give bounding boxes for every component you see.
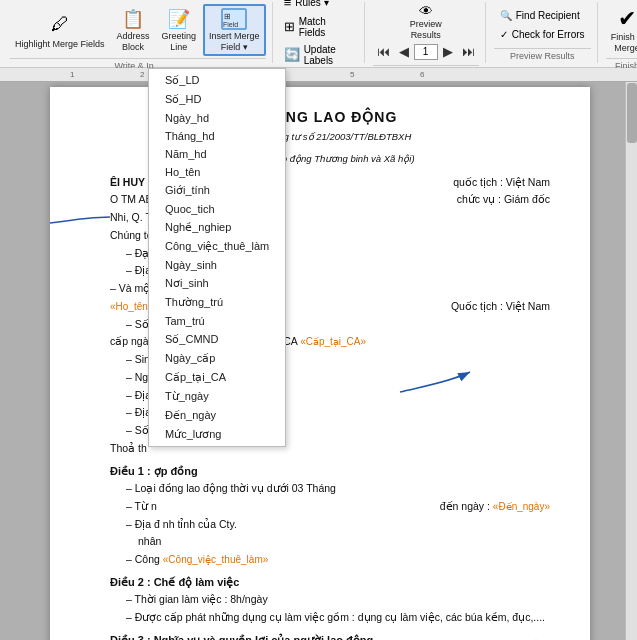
check-errors-button[interactable]: ✓ Check for Errors [497, 27, 588, 42]
update-labels-button[interactable]: 🔄 Update Labels [281, 42, 358, 68]
prev-record-button[interactable]: ◀ [395, 42, 413, 61]
dieu2-header: Điều 2 : Chế độ làm việc [110, 574, 550, 591]
dieu1-nhan-line: nhân [110, 534, 550, 550]
dropdown-item-den-ngay[interactable]: Đến_ngày [149, 406, 285, 425]
page-number-input[interactable] [414, 44, 438, 60]
find-recipient-icon: 🔍 [500, 10, 512, 21]
find-recipient-label: Find Recipient [516, 10, 580, 21]
dropdown-item-ho-ten[interactable]: Ho_tên [149, 163, 285, 181]
preview-results-button[interactable]: 👁 PreviewResults [405, 4, 447, 40]
dropdown-item-so-cmnd[interactable]: Số_CMND [149, 330, 285, 349]
rules-label: Rules ▾ [295, 0, 328, 8]
find-recipient-button[interactable]: 🔍 Find Recipient [497, 8, 588, 23]
find-check-group: 🔍 Find Recipient ✓ Check for Errors Prev… [488, 2, 598, 63]
dropdown-item-so-ld[interactable]: Số_LD [149, 71, 285, 90]
dropdown-item-noi-sinh[interactable]: Nơi_sinh [149, 274, 285, 293]
finish-merge-button[interactable]: ✔ Finish &Merge [606, 4, 637, 56]
employer-nationality: quốc tịch : Việt Nam [453, 175, 550, 191]
dropdown-item-tu-ngay[interactable]: Từ_ngày [149, 387, 285, 406]
preview-results-icon: 👁 [410, 3, 442, 19]
find-check-buttons: 🔍 Find Recipient ✓ Check for Errors [497, 4, 588, 46]
dropdown-item-so-hd[interactable]: Số_HD [149, 90, 285, 109]
dropdown-item-tam-tru[interactable]: Tam_trú [149, 312, 285, 330]
first-record-button[interactable]: ⏮ [373, 42, 394, 61]
highlight-icon: 🖊 [44, 11, 76, 39]
vertical-scrollbar[interactable] [625, 82, 637, 640]
rules-button[interactable]: ≡ Rules ▾ [281, 0, 358, 12]
document-area: 1 2 3 4 5 6 ĐỒNG LAO ĐỘNG eo Thông tư số… [0, 68, 637, 640]
greeting-icon: 📝 [163, 7, 195, 31]
quoc-tich-label: Quốc tịch : Việt Nam [451, 299, 550, 315]
dropdown-item-ngay-hd[interactable]: Ngày_hd [149, 109, 285, 127]
find-check-label: Preview Results [494, 48, 591, 61]
insert-merge-field-label: Insert MergeField ▾ [209, 31, 260, 53]
svg-text:Field: Field [223, 21, 238, 28]
ruler-mark-2: 2 [140, 70, 144, 79]
finish-group: ✔ Finish &Merge Finish [600, 2, 637, 63]
highlight-merge-fields-button[interactable]: 🖊 Highlight Merge Fields [10, 4, 110, 56]
employer-position: chức vụ : Giám đốc [457, 192, 550, 208]
dropdown-item-ngay-sinh[interactable]: Ngày_sinh [149, 256, 285, 274]
rules-buttons: ≡ Rules ▾ ⊞ Match Fields 🔄 Update Labels [281, 0, 358, 68]
finish-merge-label: Finish &Merge [611, 32, 637, 54]
greeting-line-button[interactable]: 📝 GreetingLine [157, 4, 202, 56]
preview-results-group: 👁 PreviewResults ⏮ ◀ ▶ ⏭ Preview Results [367, 2, 486, 63]
address-block-button[interactable]: 📋 AddressBlock [112, 4, 155, 56]
finish-merge-icon: ✔ [611, 6, 637, 32]
dropdown-item-cap-tai-ca[interactable]: Cấp_tại_CA [149, 368, 285, 387]
dieu1-header: Điều 1 : ợp đồng [110, 463, 550, 480]
cap-tai-ca-merge-field: «Cấp_tại_CA» [300, 336, 366, 347]
update-labels-icon: 🔄 [284, 47, 300, 62]
scrollbar-thumb[interactable] [627, 83, 637, 143]
dieu1-loai-line: – Loại đồng lao động thời vụ dưới 03 Thá… [110, 481, 550, 497]
rules-icon: ≡ [284, 0, 292, 10]
svg-text:⊞: ⊞ [224, 12, 231, 21]
dropdown-item-nghe-nghiep[interactable]: Nghề_nghiep [149, 218, 285, 237]
write-insert-buttons: 🖊 Highlight Merge Fields 📋 AddressBlock … [10, 4, 266, 56]
ruler-mark-5: 5 [350, 70, 354, 79]
dropdown-item-nam-hd[interactable]: Năm_hd [149, 145, 285, 163]
dropdown-item-quoc-tich[interactable]: Quoc_tich [149, 200, 285, 218]
preview-buttons: 👁 PreviewResults ⏮ ◀ ▶ ⏭ [373, 4, 479, 63]
check-errors-icon: ✓ [500, 29, 508, 40]
rules-group: ≡ Rules ▾ ⊞ Match Fields 🔄 Update Labels [275, 2, 365, 63]
ho-ten-merge-field: «Ho_tên» [110, 299, 153, 315]
ruler: 1 2 3 4 5 6 [0, 68, 637, 82]
dieu2-tg-line: – Thời gian làm việc : 8h/ngày [110, 592, 550, 608]
finish-buttons: ✔ Finish &Merge [606, 4, 637, 56]
highlight-label: Highlight Merge Fields [15, 39, 105, 50]
write-insert-group: 🖊 Highlight Merge Fields 📋 AddressBlock … [4, 2, 273, 63]
insert-merge-icon: ⊞ Field [218, 7, 250, 31]
document-page: ĐỒNG LAO ĐỘNG eo Thông tư số 21/2003/TT/… [50, 87, 590, 640]
dieu1-tungay-line: – Từ n đến ngày : «Đến_ngày» [110, 499, 550, 515]
match-fields-button[interactable]: ⊞ Match Fields [281, 14, 358, 40]
dropdown-item-thuong-tru[interactable]: Thường_trú [149, 293, 285, 312]
dropdown-item-ngay-cap[interactable]: Ngày_cấp [149, 349, 285, 368]
ruler-mark-6: 6 [420, 70, 424, 79]
address-block-label: AddressBlock [117, 31, 150, 53]
address-block-icon: 📋 [117, 7, 149, 31]
insert-merge-field-dropdown[interactable]: Số_LD Số_HD Ngày_hd Tháng_hd Năm_hd Ho_t… [148, 68, 286, 447]
dieu1-diachi-line: – Địa đ nh tỉnh của Cty. [110, 517, 550, 533]
dropdown-item-cong-viec[interactable]: Công_việc_thuê_làm [149, 237, 285, 256]
dropdown-item-thang-hd[interactable]: Tháng_hd [149, 127, 285, 145]
ribbon: 🖊 Highlight Merge Fields 📋 AddressBlock … [0, 0, 637, 68]
playback-controls: ⏮ ◀ ▶ ⏭ [373, 42, 479, 61]
document-container: ĐỒNG LAO ĐỘNG eo Thông tư số 21/2003/TT/… [0, 82, 637, 640]
update-labels-label: Update Labels [304, 44, 355, 66]
dieu2-dc-line: – Được cấp phát những dụng cụ làm việc g… [110, 610, 550, 626]
insert-merge-field-button[interactable]: ⊞ Field Insert MergeField ▾ [203, 4, 266, 56]
ruler-mark-1: 1 [70, 70, 74, 79]
den-ngay-merge-field: «Đến_ngày» [493, 501, 550, 512]
check-errors-label: Check for Errors [512, 29, 585, 40]
match-fields-label: Match Fields [299, 16, 355, 38]
dieu1-cong-line: – Công «Công_việc_thuê_làm» [110, 552, 550, 568]
cong-viec-merge-field: «Công_việc_thuê_làm» [163, 554, 269, 565]
dropdown-item-muc-luong[interactable]: Mức_lương [149, 425, 285, 444]
next-record-button[interactable]: ▶ [439, 42, 457, 61]
preview-results-label: PreviewResults [410, 19, 442, 41]
greeting-label: GreetingLine [162, 31, 197, 53]
last-record-button[interactable]: ⏭ [458, 42, 479, 61]
dropdown-item-gioi-tinh[interactable]: Giới_tính [149, 181, 285, 200]
match-fields-icon: ⊞ [284, 19, 295, 34]
